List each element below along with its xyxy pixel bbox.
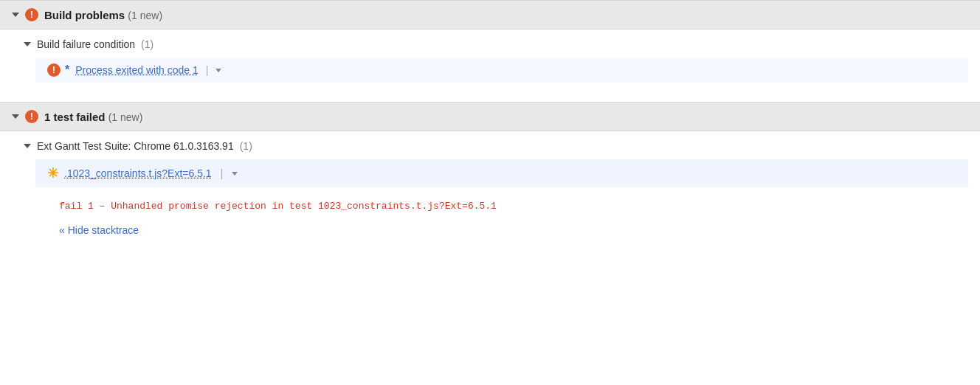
- build-problems-section: ! Build problems (1 new) Build failure c…: [0, 0, 980, 90]
- build-problems-header: ! Build problems (1 new): [0, 0, 980, 30]
- test-suite-title: Ext Gantt Test Suite: Chrome 61.0.3163.9…: [24, 140, 968, 152]
- item-dropdown-chevron[interactable]: [215, 69, 221, 72]
- test-item-dropdown-chevron[interactable]: [232, 172, 238, 176]
- test-failed-section: ! 1 test failed (1 new) Ext Gantt Test S…: [0, 102, 980, 252]
- build-failure-chevron[interactable]: [24, 42, 31, 46]
- test-error-message: fail 1 – Unhandled promise rejection in …: [24, 190, 968, 220]
- test-failed-error-icon: !: [25, 110, 38, 123]
- build-failure-condition-title: Build failure condition (1): [24, 38, 968, 50]
- hide-stacktrace-container: « Hide stacktrace: [24, 220, 968, 248]
- process-exited-link[interactable]: Process exited with code 1: [75, 64, 199, 76]
- test-item: ✳ .1023_constraints.t.js?Ext=6.5.1 |: [35, 159, 968, 187]
- test-failed-chevron[interactable]: [12, 114, 19, 119]
- build-failure-item: ! * Process exited with code 1 |: [35, 58, 968, 83]
- test-failed-header: ! 1 test failed (1 new): [0, 102, 980, 131]
- test-failed-title: 1 test failed (1 new): [44, 111, 142, 123]
- build-problems-title: Build problems (1 new): [44, 9, 162, 21]
- test-suite-chevron[interactable]: [24, 144, 31, 148]
- hide-stacktrace-link[interactable]: « Hide stacktrace: [59, 224, 139, 236]
- build-problems-chevron[interactable]: [12, 13, 19, 17]
- test-file-link[interactable]: .1023_constraints.t.js?Ext=6.5.1: [64, 167, 212, 179]
- test-warning-star-icon: ✳: [47, 165, 58, 181]
- build-problems-error-icon: !: [25, 8, 38, 21]
- item-star-icon: *: [65, 63, 69, 77]
- item-error-icon: !: [47, 63, 61, 77]
- test-suite-subsection: Ext Gantt Test Suite: Chrome 61.0.3163.9…: [0, 131, 980, 252]
- build-failure-subsection: Build failure condition (1) ! * Process …: [0, 30, 980, 90]
